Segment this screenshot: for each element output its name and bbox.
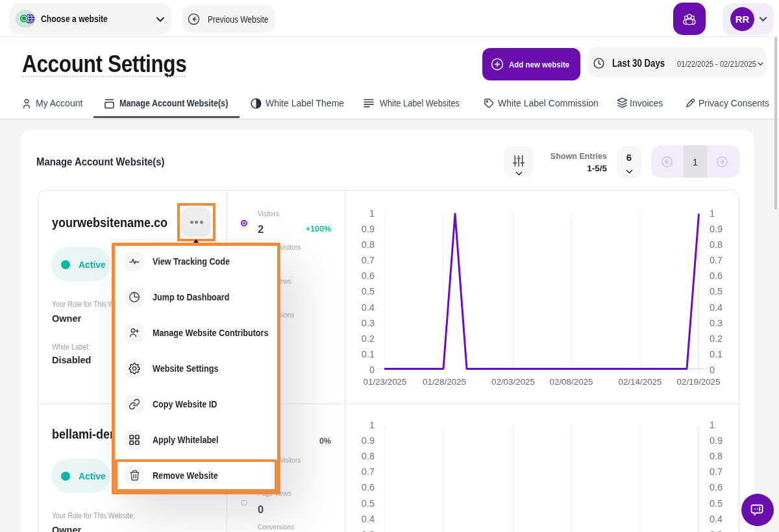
svg-text:0.5: 0.5	[362, 286, 375, 296]
svg-text:0.7: 0.7	[710, 466, 723, 477]
svg-text:02/19/2025: 02/19/2025	[677, 377, 721, 387]
svg-text:0.4: 0.4	[710, 514, 723, 524]
svg-text:0.5: 0.5	[710, 286, 723, 296]
svg-text:02/08/2025: 02/08/2025	[550, 377, 593, 387]
svg-text:01/23/2025: 01/23/2025	[364, 377, 407, 387]
svg-text:0.6: 0.6	[710, 271, 723, 281]
svg-text:0.7: 0.7	[362, 255, 375, 265]
svg-text:1: 1	[369, 208, 375, 219]
svg-text:0.8: 0.8	[362, 239, 375, 250]
svg-text:0.9: 0.9	[710, 224, 723, 234]
svg-text:0.4: 0.4	[710, 302, 723, 313]
svg-text:0.8: 0.8	[362, 451, 375, 461]
svg-text:0.3: 0.3	[362, 318, 375, 328]
svg-text:1: 1	[710, 420, 715, 430]
svg-text:1: 1	[710, 208, 715, 219]
svg-text:0.5: 0.5	[362, 498, 375, 509]
svg-text:0: 0	[369, 365, 375, 375]
svg-text:0: 0	[710, 365, 715, 375]
svg-text:0.7: 0.7	[710, 255, 723, 265]
svg-text:1: 1	[369, 420, 375, 430]
svg-text:0.2: 0.2	[710, 333, 723, 344]
svg-text:0.3: 0.3	[710, 318, 723, 328]
svg-text:0.1: 0.1	[710, 349, 723, 359]
svg-text:0.4: 0.4	[362, 302, 375, 313]
svg-text:0.6: 0.6	[710, 482, 723, 492]
svg-text:02/14/2025: 02/14/2025	[619, 377, 662, 387]
svg-text:0.1: 0.1	[362, 349, 375, 359]
svg-text:0.9: 0.9	[710, 435, 723, 446]
svg-text:0.8: 0.8	[710, 239, 723, 250]
svg-text:0.4: 0.4	[362, 514, 375, 524]
svg-text:0.2: 0.2	[362, 333, 375, 344]
svg-text:0.5: 0.5	[710, 498, 723, 509]
svg-text:0.7: 0.7	[362, 466, 375, 477]
svg-text:0.3: 0.3	[362, 529, 375, 532]
svg-text:0.6: 0.6	[362, 271, 375, 281]
svg-text:0.6: 0.6	[362, 482, 375, 492]
svg-text:02/03/2025: 02/03/2025	[491, 377, 535, 387]
svg-text:01/28/2025: 01/28/2025	[423, 377, 466, 387]
svg-text:0.9: 0.9	[362, 224, 375, 234]
svg-text:0.3: 0.3	[710, 529, 723, 532]
svg-text:0.8: 0.8	[710, 451, 723, 461]
svg-text:0.9: 0.9	[362, 435, 375, 446]
